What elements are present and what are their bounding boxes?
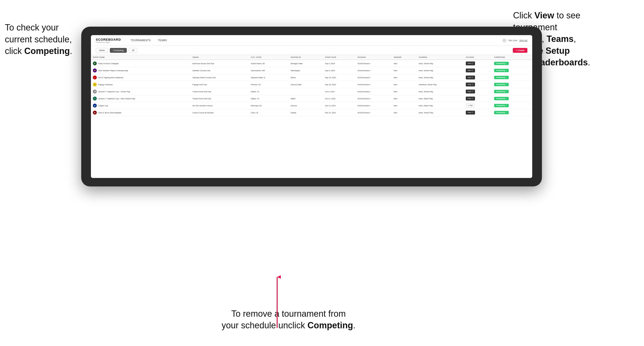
competing-button[interactable]: Competing ✓ [494,69,509,72]
table-row: HJohn A. Burns IntercollegiateOcean Cour… [91,109,532,116]
event-name-cell: 🌵Papago Individual [91,81,190,88]
nav-teams[interactable]: TEAMS [158,39,167,42]
division-cell: NCAA Division I [356,67,392,74]
col-gender: GENDER [392,55,417,60]
event-name: OFCC Fighting Illini Invitational [98,76,123,79]
event-name-cell: IOFCC Fighting Illini Invitational [91,74,190,81]
team-logo: 🌿 [93,97,97,101]
competing-cell: Competing ✓ [492,88,532,95]
view-button[interactable]: View ⓘ [466,90,475,93]
powered-by: Powered by clippd [96,41,121,43]
city-cell: Maricopa, AZ [249,102,289,109]
table-row: ⚙Jackson T. Stephens Cup – Stroke PlayTr… [91,88,532,95]
event-name: 2023 Sahalee Players Championship [98,69,128,72]
division-cell: NCAA Division I [356,102,392,109]
competing-cell: Competing ✓ [492,95,532,102]
hosted-by-cell: Hawaii [289,109,323,116]
city-cell: Sammamish, WA [249,67,289,74]
view-button[interactable]: View ⓘ [466,61,475,65]
tablet-frame: SCOREBOARD Powered by clippd TOURNAMENTS… [81,27,542,186]
gender-cell: Men [392,102,417,109]
competing-button[interactable]: Competing ✓ [494,76,509,79]
table-row: 🌿Jackson T. Stephens Cup – Men's Match P… [91,95,532,102]
city-cell: Olympia Fields, IL [249,74,289,81]
hosted-by-cell: ABAC [289,95,323,102]
event-name-cell: HJohn A. Burns Intercollegiate [91,109,190,116]
competing-button[interactable]: Competing ✓ [494,111,509,114]
scoring-cell: individual, Stroke Play [417,81,464,88]
hosted-by-cell [289,88,323,95]
view-button[interactable]: View ⓘ [466,97,475,101]
table-row: IOFCC Fighting Illini InvitationalOlympi… [91,74,532,81]
hosted-by-cell: Illinois [289,74,323,81]
start-date-cell: Sep 9, 2023 [323,67,356,74]
annotation-bottom: To remove a tournament fromyour schedule… [204,308,374,332]
venue-cell: Trinity Forest Golf Club [190,88,249,95]
start-date-cell: Oct 11, 2023 [323,95,356,102]
event-name-cell: FFolds of Honor Collegiate [91,60,190,67]
competing-cell: Competing ✓ [492,109,532,116]
view-button[interactable]: View ⓘ [466,111,475,115]
division-cell: NCAA Division I [356,109,392,116]
team-logo: I [93,76,97,79]
view-button[interactable]: View ⓘ [466,83,475,86]
competing-cell: Competing ✓ [492,60,532,67]
table-row: W2023 Sahalee Players ChampionshipSahale… [91,67,532,74]
nav-tournaments[interactable]: TOURNAMENTS [131,39,151,42]
division-cell: NCAA Division I [356,88,392,95]
competing-button[interactable]: Competing ✓ [494,97,509,100]
venue-cell: Papago Golf Club [190,81,249,88]
division-cell: NCAA Division I [356,95,392,102]
venue-cell: Trinity Forest Golf Club [190,95,249,102]
table-header-row: EVENT NAME VENUE CITY, STATE HOSTED BY S… [91,55,532,60]
event-name: Jackson T. Stephens Cup – Stroke Play [98,91,130,93]
division-cell: NCAA Division I [356,74,392,81]
edit-button[interactable]: ✏ Edit [466,104,474,108]
city-cell: Grand Haven, MI [249,60,289,67]
event-name-cell: 🌿Jackson T. Stephens Cup – Men's Match P… [91,95,190,102]
competing-button[interactable]: Competing ✓ [494,90,509,93]
hosted-by-cell: Michigan State [289,60,323,67]
actions-cell: View ⓘ [464,67,492,74]
division-cell: NCAA Division I [356,81,392,88]
col-scoring: SCORING [417,55,464,60]
event-name: Jackson T. Stephens Cup – Men's Match Pl… [98,98,135,100]
city-cell: Dallas, TX [249,88,289,95]
start-date-cell: Sep 15, 2023 [323,74,356,81]
city-cell: Phoenix, AZ [249,81,289,88]
view-button[interactable]: View ⓘ [466,76,475,79]
tournaments-table: EVENT NAME VENUE CITY, STATE HOSTED BY S… [91,55,532,116]
team-logo: A [93,104,97,108]
competing-cell: Competing ✓ [492,81,532,88]
filter-competing-button[interactable]: Competing [110,48,127,53]
competing-cell: Competing ✓ [492,102,532,109]
filter-bar: Home Competing All + Create [91,46,532,55]
nav-bar: SCOREBOARD Powered by clippd TOURNAMENTS… [91,35,532,46]
event-name: John A. Burns Intercollegiate [98,112,121,114]
col-division: DIVISION [356,55,392,60]
competing-button[interactable]: Competing ✓ [494,62,509,65]
scoreboard-logo: SCOREBOARD Powered by clippd [96,38,121,43]
table-container: EVENT NAME VENUE CITY, STATE HOSTED BY S… [91,55,532,178]
scoring-cell: team, Stroke Play [417,88,464,95]
venue-cell: Ocean Course At Hokuala [190,109,249,116]
filter-home-button[interactable]: Home [96,48,108,53]
actions-cell: View ⓘ [464,74,492,81]
start-date-cell: Sep 4, 2023 [323,60,356,67]
venue-cell: American Dunes Golf Club [190,60,249,67]
annotation-bottom-text: To remove a tournament fromyour schedule… [222,309,356,331]
competing-button[interactable]: Competing ✓ [494,104,509,107]
actions-cell: View ⓘ [464,88,492,95]
table-row: 🌵Papago IndividualPapago Golf ClubPhoeni… [91,81,532,88]
col-competing: COMPETING [492,55,532,60]
create-button[interactable]: + Create [513,48,527,53]
scoring-cell: team, Match Play [417,102,464,109]
gender-cell: Men [392,81,417,88]
view-button[interactable]: View ⓘ [466,68,475,72]
team-logo: W [93,68,97,72]
sign-out-link[interactable]: Sign out [519,39,527,42]
filter-all-button[interactable]: All [129,48,138,53]
gender-cell: Men [392,74,417,81]
hosted-by-cell: Washington [289,67,323,74]
competing-button[interactable]: Competing ✓ [494,83,509,86]
